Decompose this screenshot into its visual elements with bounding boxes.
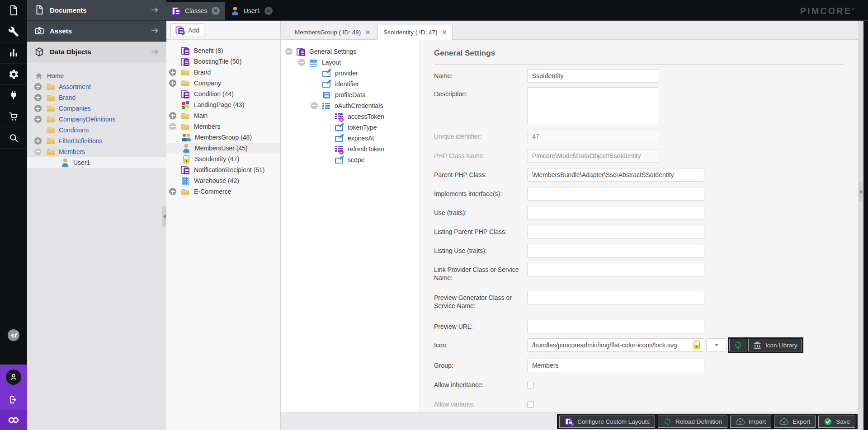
add-class-button[interactable]: Add [170,23,204,37]
tree-item-companydefinitions[interactable]: CompanyDefinitions [27,114,166,125]
collapse-icon[interactable] [169,123,176,130]
expand-icon[interactable] [34,105,42,112]
pimcore-home-button[interactable] [0,410,27,430]
layout-node-layout[interactable]: Layout [281,57,420,68]
class-folder-brand[interactable]: Brand [166,67,280,78]
parent-php-class-input[interactable] [527,168,704,182]
layout-node-identifier[interactable]: identifier [281,79,420,89]
layout-node-expiresat[interactable]: expiresAt [281,133,420,144]
class-item-membersuser[interactable]: MembersUser (45) [166,143,280,154]
close-icon[interactable]: ✕ [365,29,370,36]
extensions-nav-button[interactable] [0,85,27,106]
tab-user1[interactable]: User1 ✕ [225,2,278,20]
form-row-name: Name: [434,69,844,83]
class-item-condition[interactable]: Condition (44) [166,89,280,99]
layout-node-scope[interactable]: scope [281,154,420,165]
class-folder-company[interactable]: Company [166,78,280,89]
user-profile-button[interactable] [6,369,21,385]
sidebar-splitter[interactable] [162,0,166,430]
class-folder-main[interactable]: Main [166,110,280,121]
group-input[interactable] [527,359,704,372]
expand-icon[interactable] [34,94,42,101]
logout-icon[interactable] [9,395,19,405]
collapse-icon[interactable] [34,148,42,155]
layout-node-profiledata[interactable]: profileData [281,89,420,100]
link-provider-input[interactable] [527,263,704,276]
tree-item-filterdefinitions[interactable]: FilterDefinitions [27,136,166,146]
expand-icon[interactable] [34,116,42,123]
settings-nav-button[interactable] [0,64,27,85]
implements-interfaces-input[interactable] [527,187,704,201]
symfony-profiler-button[interactable]: sf [0,327,27,343]
expand-icon[interactable] [169,112,176,119]
layout-node-oauthcredentials[interactable]: oAuthCredentials [281,100,420,111]
class-folder-members[interactable]: Members [166,121,280,132]
expand-icon[interactable] [169,79,176,87]
expand-icon[interactable] [169,69,176,76]
class-item-warehouse[interactable]: Warehouse (42) [166,175,280,186]
collapse-icon[interactable] [285,48,292,55]
reports-nav-button[interactable] [0,42,27,64]
layout-node-provider[interactable]: provider [281,68,420,79]
listing-parent-php-class-input[interactable] [527,225,704,238]
tab-classes[interactable]: Classes ✕ [166,2,225,20]
tools-nav-button[interactable] [0,21,27,42]
listing-use-traits-input[interactable] [527,244,704,257]
tree-item-brand[interactable]: Brand [27,92,166,103]
right-panel-splitter[interactable] [858,21,863,430]
class-item-notificationrecipient[interactable]: NotificationRecipient (51) [166,164,280,175]
allow-inheritance-checkbox[interactable] [527,382,534,388]
collapse-icon[interactable] [311,102,318,109]
preview-url-input[interactable] [527,320,704,333]
layout-node-general-settings[interactable]: General Settings [281,46,420,57]
search-nav-button[interactable] [0,127,27,149]
collapse-sidebar-handle[interactable] [162,206,166,227]
layout-node-refreshtoken[interactable]: refreshToken [281,144,420,154]
name-input[interactable] [527,69,659,83]
class-folder-ecommerce[interactable]: E-Commerce [166,186,280,197]
expand-icon[interactable] [34,83,42,90]
description-textarea[interactable] [527,87,659,124]
input-field-icon [322,80,331,89]
ecommerce-nav-button[interactable] [0,106,27,127]
tree-item-assortment[interactable]: Assortment [27,81,166,92]
icon-path-input[interactable] [527,338,704,352]
accordion-data-objects[interactable]: Data Objects [27,42,166,62]
use-traits-input[interactable] [527,206,704,220]
tree-item-members[interactable]: Members [27,146,166,157]
collapse-icon[interactable] [298,59,305,66]
form-row-description: Description: [434,87,844,124]
collapse-right-panel-handle[interactable] [859,182,863,202]
export-button[interactable]: Export [774,416,816,428]
documents-nav-button[interactable] [0,0,27,21]
allow-variants-checkbox[interactable] [527,401,534,408]
expand-icon[interactable] [34,137,42,145]
tree-item-user1[interactable]: User1 [27,157,166,168]
close-icon[interactable]: ✕ [442,29,447,36]
tree-item-conditions[interactable]: Conditions [27,125,166,136]
tree-item-companies[interactable]: Companies [27,103,166,114]
close-icon[interactable]: ✕ [212,7,220,15]
refresh-icon-button[interactable] [729,339,747,351]
accordion-documents[interactable]: Documents [27,0,166,21]
configure-custom-layouts-button[interactable]: Configure Custom Layouts [559,416,655,428]
import-button[interactable]: Import [730,416,771,428]
layout-node-tokentype[interactable]: tokenType [281,122,420,133]
close-icon[interactable]: ✕ [264,7,273,15]
icon-select-dropdown[interactable] [706,338,727,352]
class-item-benefit[interactable]: Benefit (8) [166,45,280,56]
tab-ssoidentity[interactable]: SsoIdentity ( ID: 47) ✕ [377,25,453,40]
save-button[interactable]: Save [818,416,855,428]
class-item-boostingtile[interactable]: BoostingTile (50) [166,56,280,67]
reload-definition-button[interactable]: Reload Definition [658,416,727,428]
accordion-assets[interactable]: Assets [27,21,166,42]
preview-generator-input[interactable] [527,291,704,304]
class-item-membersgroup[interactable]: MembersGroup (48) [166,132,280,143]
expand-icon[interactable] [169,188,176,195]
layout-node-accesstoken[interactable]: accessToken [281,111,420,122]
icon-library-button[interactable]: Icon Library [748,339,802,351]
class-item-ssoidentity[interactable]: SsoIdentity (47) [166,154,280,164]
tree-item-home[interactable]: Home [27,70,166,81]
class-item-landingpage[interactable]: LandingPage (43) [166,99,280,110]
tab-membersgroup[interactable]: MembersGroup ( ID: 48) ✕ [289,25,376,39]
